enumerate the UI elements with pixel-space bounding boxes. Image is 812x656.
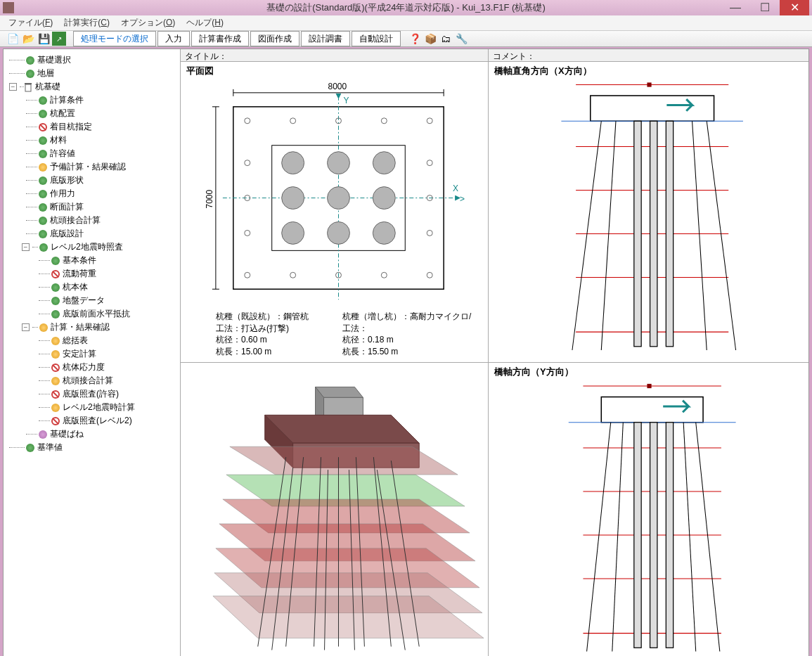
svg-line-95 [696,423,720,652]
plan-info-right: 杭種（増し杭）：高耐力マイクロ/工法：杭径：0.18 m杭長：15.50 m [342,311,471,358]
svg-point-28 [427,118,432,124]
export-icon[interactable]: ↗ [52,32,66,46]
svg-text:>: > [460,194,465,204]
tree-item[interactable]: 着目杭指定 [50,121,92,133]
dot-icon [39,243,48,252]
comment-label: コメント： [489,49,808,61]
mode-select-button[interactable]: 処理モードの選択 [73,31,156,46]
new-icon[interactable]: 📄 [6,32,20,46]
tree-item[interactable]: 底版照査(許容) [63,388,119,400]
svg-point-38 [381,272,387,278]
tree-item[interactable]: 地盤データ [63,295,105,307]
tree-item[interactable]: 安定計算 [63,348,96,360]
iso-drawing [181,363,488,656]
tree-item[interactable]: 杭配置 [50,108,75,120]
maximize-button[interactable]: ☐ [750,0,780,15]
tree-item[interactable]: 底版前面水平抵抗 [63,308,130,320]
tree-item[interactable]: レベル2地震時計算 [63,401,135,413]
svg-point-24 [245,118,250,124]
svg-line-54 [692,121,707,350]
titlebar: 基礎の設計(Standard版)(平成24年道示対応版) - Kui_13.F1… [0,0,812,15]
svg-point-33 [245,230,250,236]
close-button[interactable]: ✕ [780,0,809,15]
dot-icon [51,350,60,359]
menu-calc[interactable]: 計算実行(C) [60,15,114,30]
tree-item[interactable]: 杭頭接合計算 [50,214,101,226]
tree-item[interactable]: 杭体応力度 [63,361,105,373]
design-book-button[interactable]: 設計調書 [301,31,350,46]
tree-item[interactable]: 基準値 [37,442,63,454]
tree-item[interactable]: 予備計算・結果確認 [50,161,126,173]
elev-x-title: 橋軸直角方向（X方向） [494,65,592,77]
input-button[interactable]: 入力 [157,31,190,46]
tree-item[interactable]: 基礎ばね [50,428,84,440]
svg-rect-0 [25,84,31,91]
menu-options[interactable]: オプション(O) [117,15,179,30]
folder-icon [24,82,32,92]
help-icon[interactable]: ❓ [408,32,422,46]
svg-rect-82 [601,397,703,422]
svg-marker-62 [230,446,458,475]
tree-panel[interactable]: 基礎選択 地層 −杭基礎 計算条件 杭配置 着目杭指定 材料 許容値 予備計算・… [4,49,181,656]
tree-item[interactable]: 総括表 [63,335,88,347]
info-icon[interactable]: 🗂 [439,32,453,46]
svg-rect-81 [647,384,651,388]
cube-icon[interactable]: 📦 [423,32,437,46]
svg-text:Y: Y [343,96,349,105]
tree-collapse-icon[interactable]: − [22,243,30,251]
tree-item[interactable]: 底版設計 [50,228,84,240]
tree-item[interactable]: 材料 [50,134,67,146]
svg-rect-89 [634,423,641,648]
tree-item[interactable]: 基本条件 [63,255,96,266]
tree-item[interactable]: 地層 [37,67,54,79]
svg-point-19 [328,187,350,210]
elevation-x-view[interactable]: 橋軸直角方向（X方向） [489,62,808,363]
tree-item[interactable]: 杭頭接合計算 [63,375,113,387]
dot-icon [51,377,60,385]
iso-view[interactable] [181,363,489,656]
tree-item[interactable]: 底版形状 [50,174,84,186]
tree-item[interactable]: 杭本体 [63,281,88,293]
auto-design-button[interactable]: 自動設計 [352,31,401,46]
save-icon[interactable]: 💾 [37,32,51,46]
settings-icon[interactable]: 🔧 [454,32,468,46]
svg-point-35 [245,272,250,278]
report-button[interactable]: 計算書作成 [191,31,249,46]
tree-item[interactable]: 作用力 [50,188,75,200]
open-icon[interactable]: 📂 [21,32,35,46]
svg-line-52 [572,121,601,350]
dot-icon [39,150,47,158]
tree-item[interactable]: 計算・結果確認 [51,321,110,333]
prohibit-icon [39,123,47,131]
window-title: 基礎の設計(Standard版)(平成24年道示対応版) - Kui_13.F1… [0,1,812,14]
elevation-y-view[interactable]: 橋軸方向（Y方向） [489,363,808,656]
tree-collapse-icon[interactable]: − [22,323,30,331]
tree-item[interactable]: 杭基礎 [35,81,60,93]
tree-item[interactable]: 底版照査(レベル2) [63,415,132,427]
elev-x-drawing [489,62,808,362]
dot-icon [51,404,60,412]
minimize-button[interactable]: — [721,0,750,15]
menu-file[interactable]: ファイル(F) [4,15,57,30]
dot-icon [51,257,60,265]
dim-h: 7000 [205,190,214,209]
tree-item[interactable]: 流動荷重 [63,268,96,280]
tree-item[interactable]: レベル2地震時照査 [51,241,123,253]
dot-icon [51,337,60,345]
drawing-button[interactable]: 図面作成 [250,31,299,46]
dot-icon [51,297,60,305]
svg-point-18 [282,187,304,210]
tree-collapse-icon[interactable]: − [9,83,17,91]
tree-item[interactable]: 基礎選択 [37,54,71,66]
menu-help[interactable]: ヘルプ(H) [182,15,228,30]
svg-point-39 [427,272,432,278]
prohibit-icon [51,270,60,278]
dot-icon [26,56,34,65]
svg-line-94 [683,423,696,652]
plan-view[interactable]: 平面図 Y X > 8 [181,62,489,363]
tree-item[interactable]: 計算条件 [50,94,84,106]
svg-rect-51 [666,121,673,347]
svg-line-93 [612,423,624,652]
tree-item[interactable]: 許容値 [50,148,75,160]
tree-item[interactable]: 断面計算 [50,201,84,213]
